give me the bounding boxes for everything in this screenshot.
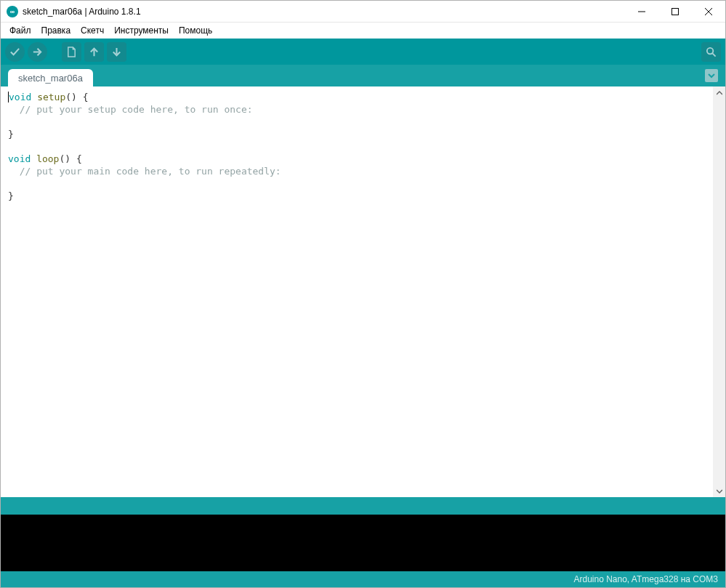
app-icon: ∞ (7, 6, 18, 17)
svg-line-5 (712, 53, 715, 56)
serial-monitor-icon (706, 47, 717, 57)
code-token: // put your setup code here, to run once… (8, 104, 253, 115)
chevron-up-icon (717, 90, 722, 96)
vertical-scrollbar[interactable] (713, 86, 725, 497)
window-title: sketch_mar06a | Arduino 1.8.1 (23, 7, 141, 17)
minimize-button[interactable] (625, 1, 658, 23)
menu-sketch[interactable]: Скетч (76, 24, 108, 37)
code-token: void (8, 153, 31, 164)
check-icon (9, 47, 20, 57)
tab-menu-button[interactable] (705, 69, 718, 82)
svg-rect-1 (672, 8, 679, 15)
code-editor[interactable]: void setup() { // put your setup code he… (1, 86, 713, 497)
sketch-tab[interactable]: sketch_mar06a (8, 69, 93, 87)
menu-help[interactable]: Помощь (174, 24, 217, 37)
maximize-button[interactable] (658, 1, 692, 23)
status-divider (1, 497, 725, 515)
code-token: () { (65, 92, 88, 102)
scroll-down-button[interactable] (713, 485, 725, 497)
menu-file[interactable]: Файл (5, 24, 36, 37)
tab-strip: sketch_mar06a (1, 65, 725, 86)
file-icon (66, 47, 77, 57)
chevron-down-icon (717, 488, 722, 494)
editor-area: void setup() { // put your setup code he… (1, 86, 725, 497)
code-token: loop (31, 153, 59, 164)
new-button[interactable] (62, 42, 81, 62)
menu-edit[interactable]: Правка (37, 24, 76, 37)
code-token: } (8, 190, 14, 201)
close-button[interactable] (692, 1, 725, 23)
maximize-icon (671, 8, 679, 15)
chevron-down-icon (708, 72, 715, 79)
code-token: setup (31, 92, 65, 102)
serial-monitor-button[interactable] (701, 42, 721, 62)
app-window: ∞ sketch_mar06a | Arduino 1.8.1 Файл Пра… (0, 0, 726, 588)
code-token: // put your main code here, to run repea… (8, 166, 281, 177)
minimize-icon (638, 8, 645, 15)
code-token: void (9, 92, 31, 102)
output-console[interactable] (1, 515, 725, 571)
code-token: } (8, 129, 14, 140)
code-token: () { (59, 153, 81, 164)
menu-tools[interactable]: Инструменты (110, 24, 173, 37)
arrow-down-icon (111, 47, 122, 57)
upload-button[interactable] (28, 42, 47, 62)
board-status: Arduino Nano, ATmega328 на COM3 (573, 574, 718, 584)
open-button[interactable] (84, 42, 104, 62)
save-button[interactable] (107, 42, 126, 62)
bottom-status-bar: Arduino Nano, ATmega328 на COM3 (1, 571, 725, 587)
title-bar: ∞ sketch_mar06a | Arduino 1.8.1 (1, 1, 725, 23)
toolbar (1, 39, 725, 65)
scroll-up-button[interactable] (713, 86, 725, 99)
close-icon (705, 8, 712, 15)
svg-point-4 (707, 47, 713, 53)
verify-button[interactable] (5, 42, 25, 62)
menu-bar: Файл Правка Скетч Инструменты Помощь (1, 23, 725, 39)
arrow-up-icon (89, 47, 100, 57)
arrow-right-icon (32, 47, 43, 57)
